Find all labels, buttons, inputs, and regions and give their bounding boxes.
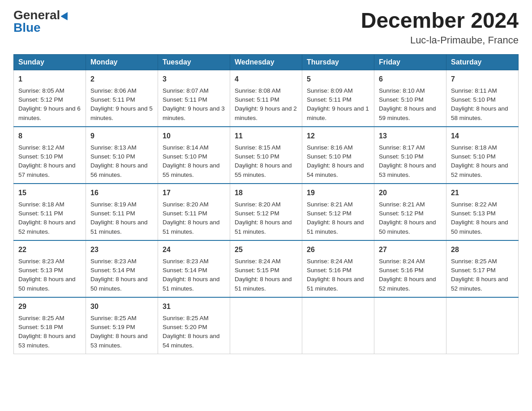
sunset-text: Sunset: 5:12 PM bbox=[307, 210, 352, 217]
daylight-text: Daylight: 8 hours and 52 minutes. bbox=[379, 276, 436, 291]
sunrise-text: Sunrise: 8:24 AM bbox=[235, 258, 281, 265]
day-number: 8 bbox=[18, 131, 81, 141]
sunrise-text: Sunrise: 8:18 AM bbox=[18, 201, 64, 208]
day-number: 15 bbox=[18, 188, 81, 198]
day-number: 21 bbox=[451, 188, 514, 198]
day-number: 16 bbox=[90, 188, 153, 198]
daylight-text: Daylight: 8 hours and 57 minutes. bbox=[18, 162, 76, 178]
daylight-text: Daylight: 8 hours and 51 minutes. bbox=[307, 276, 364, 291]
calendar-cell: 15Sunrise: 8:18 AMSunset: 5:11 PMDayligh… bbox=[14, 184, 86, 240]
header-day-monday: Monday bbox=[86, 54, 158, 70]
sunset-text: Sunset: 5:10 PM bbox=[235, 153, 279, 160]
sunset-text: Sunset: 5:11 PM bbox=[163, 210, 207, 217]
sunset-text: Sunset: 5:10 PM bbox=[379, 96, 424, 103]
sunset-text: Sunset: 5:11 PM bbox=[307, 96, 352, 103]
sunset-text: Sunset: 5:14 PM bbox=[90, 267, 135, 274]
sunset-text: Sunset: 5:18 PM bbox=[18, 324, 63, 330]
sunrise-text: Sunrise: 8:10 AM bbox=[379, 87, 425, 94]
day-number: 18 bbox=[235, 188, 297, 198]
daylight-text: Daylight: 8 hours and 51 minutes. bbox=[163, 219, 220, 235]
sunrise-text: Sunrise: 8:14 AM bbox=[163, 144, 209, 151]
calendar-week-row: 8Sunrise: 8:12 AMSunset: 5:10 PMDaylight… bbox=[14, 127, 519, 184]
calendar-cell: 18Sunrise: 8:20 AMSunset: 5:12 PMDayligh… bbox=[230, 184, 302, 240]
day-number: 22 bbox=[18, 244, 81, 255]
sunset-text: Sunset: 5:15 PM bbox=[235, 267, 279, 274]
sunset-text: Sunset: 5:20 PM bbox=[163, 324, 207, 330]
daylight-text: Daylight: 9 hours and 3 minutes. bbox=[163, 105, 225, 121]
sunrise-text: Sunrise: 8:25 AM bbox=[90, 315, 137, 321]
daylight-text: Daylight: 9 hours and 5 minutes. bbox=[90, 105, 153, 121]
logo: General Blue bbox=[13, 9, 71, 34]
day-number: 30 bbox=[90, 301, 153, 312]
sunrise-text: Sunrise: 8:12 AM bbox=[18, 144, 64, 151]
daylight-text: Daylight: 8 hours and 52 minutes. bbox=[451, 276, 508, 291]
sunset-text: Sunset: 5:11 PM bbox=[18, 210, 63, 217]
calendar-cell: 10Sunrise: 8:14 AMSunset: 5:10 PMDayligh… bbox=[158, 127, 230, 184]
sunrise-text: Sunrise: 8:25 AM bbox=[18, 315, 64, 321]
calendar-cell: 31Sunrise: 8:25 AMSunset: 5:20 PMDayligh… bbox=[158, 297, 230, 354]
sunset-text: Sunset: 5:10 PM bbox=[451, 153, 496, 160]
logo-arrow-icon bbox=[60, 10, 71, 20]
calendar-cell: 11Sunrise: 8:15 AMSunset: 5:10 PMDayligh… bbox=[230, 127, 302, 184]
day-number: 9 bbox=[90, 131, 153, 141]
calendar-week-row: 1Sunrise: 8:05 AMSunset: 5:12 PMDaylight… bbox=[14, 70, 519, 127]
day-number: 28 bbox=[451, 244, 514, 255]
daylight-text: Daylight: 8 hours and 50 minutes. bbox=[18, 276, 76, 291]
daylight-text: Daylight: 8 hours and 55 minutes. bbox=[163, 162, 220, 178]
sunrise-text: Sunrise: 8:24 AM bbox=[379, 258, 425, 265]
sunset-text: Sunset: 5:12 PM bbox=[379, 210, 424, 217]
daylight-text: Daylight: 8 hours and 51 minutes. bbox=[235, 276, 292, 291]
sunset-text: Sunset: 5:16 PM bbox=[379, 267, 424, 274]
calendar-cell: 24Sunrise: 8:23 AMSunset: 5:14 PMDayligh… bbox=[158, 240, 230, 297]
day-number: 2 bbox=[90, 74, 153, 85]
day-number: 3 bbox=[163, 74, 225, 85]
header-day-tuesday: Tuesday bbox=[158, 54, 230, 70]
daylight-text: Daylight: 8 hours and 50 minutes. bbox=[90, 276, 148, 291]
sunset-text: Sunset: 5:11 PM bbox=[235, 96, 279, 103]
day-number: 23 bbox=[90, 244, 153, 255]
day-number: 29 bbox=[18, 301, 81, 312]
daylight-text: Daylight: 8 hours and 53 minutes. bbox=[90, 333, 148, 348]
calendar-cell bbox=[230, 297, 302, 354]
location: Luc-la-Primaube, France bbox=[361, 34, 519, 46]
daylight-text: Daylight: 8 hours and 51 minutes. bbox=[307, 219, 364, 235]
sunrise-text: Sunrise: 8:20 AM bbox=[163, 201, 209, 208]
sunrise-text: Sunrise: 8:15 AM bbox=[235, 144, 281, 151]
day-number: 6 bbox=[379, 74, 442, 85]
calendar-cell: 27Sunrise: 8:24 AMSunset: 5:16 PMDayligh… bbox=[374, 240, 446, 297]
sunrise-text: Sunrise: 8:09 AM bbox=[307, 87, 353, 94]
calendar-cell: 13Sunrise: 8:17 AMSunset: 5:10 PMDayligh… bbox=[374, 127, 446, 184]
calendar-cell: 2Sunrise: 8:06 AMSunset: 5:11 PMDaylight… bbox=[86, 70, 158, 127]
calendar-cell bbox=[374, 297, 446, 354]
sunrise-text: Sunrise: 8:19 AM bbox=[90, 201, 137, 208]
sunrise-text: Sunrise: 8:06 AM bbox=[90, 87, 137, 94]
daylight-text: Daylight: 8 hours and 59 minutes. bbox=[379, 105, 436, 121]
daylight-text: Daylight: 8 hours and 53 minutes. bbox=[379, 162, 436, 178]
day-number: 17 bbox=[163, 188, 225, 198]
sunrise-text: Sunrise: 8:25 AM bbox=[163, 315, 209, 321]
calendar-cell: 28Sunrise: 8:25 AMSunset: 5:17 PMDayligh… bbox=[446, 240, 519, 297]
daylight-text: Daylight: 8 hours and 52 minutes. bbox=[18, 219, 76, 235]
page-header: General Blue December 2024 Luc-la-Primau… bbox=[13, 9, 519, 46]
day-number: 1 bbox=[18, 74, 81, 85]
sunset-text: Sunset: 5:14 PM bbox=[163, 267, 207, 274]
sunrise-text: Sunrise: 8:18 AM bbox=[451, 144, 497, 151]
sunrise-text: Sunrise: 8:05 AM bbox=[18, 87, 64, 94]
calendar-cell: 3Sunrise: 8:07 AMSunset: 5:11 PMDaylight… bbox=[158, 70, 230, 127]
day-number: 26 bbox=[307, 244, 369, 255]
daylight-text: Daylight: 8 hours and 50 minutes. bbox=[451, 219, 508, 235]
sunrise-text: Sunrise: 8:13 AM bbox=[90, 144, 137, 151]
sunset-text: Sunset: 5:12 PM bbox=[18, 96, 63, 103]
day-number: 10 bbox=[163, 131, 225, 141]
month-title: December 2024 bbox=[361, 9, 519, 33]
day-number: 19 bbox=[307, 188, 369, 198]
day-number: 31 bbox=[163, 301, 225, 312]
calendar-cell: 22Sunrise: 8:23 AMSunset: 5:13 PMDayligh… bbox=[14, 240, 86, 297]
header-day-wednesday: Wednesday bbox=[230, 54, 302, 70]
sunset-text: Sunset: 5:16 PM bbox=[307, 267, 352, 274]
calendar-week-row: 29Sunrise: 8:25 AMSunset: 5:18 PMDayligh… bbox=[14, 297, 519, 354]
sunset-text: Sunset: 5:10 PM bbox=[163, 153, 207, 160]
day-number: 24 bbox=[163, 244, 225, 255]
calendar-cell: 25Sunrise: 8:24 AMSunset: 5:15 PMDayligh… bbox=[230, 240, 302, 297]
calendar-cell: 5Sunrise: 8:09 AMSunset: 5:11 PMDaylight… bbox=[302, 70, 374, 127]
